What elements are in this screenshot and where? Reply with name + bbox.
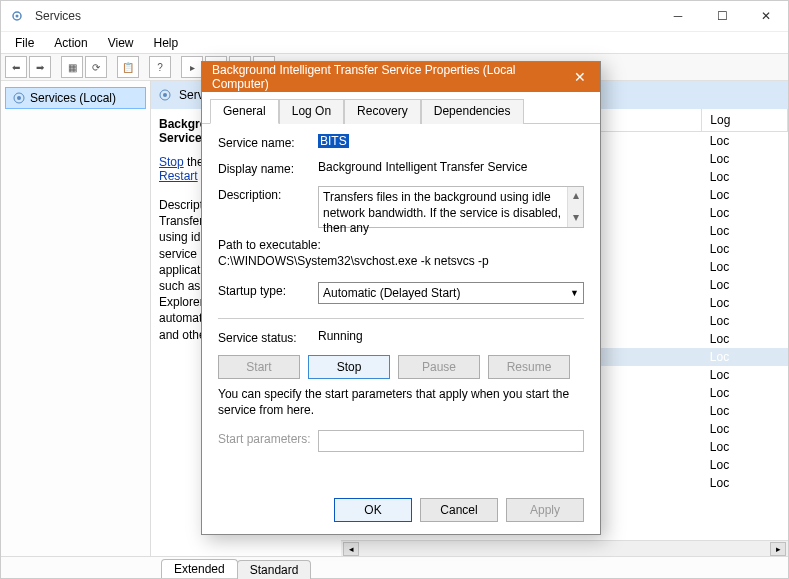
path-value: C:\WINDOWS\System32\svchost.exe -k netsv… [218,254,584,268]
bottom-tabs: Extended Standard [1,556,788,578]
menu-view[interactable]: View [98,34,144,52]
svg-point-3 [17,96,21,100]
menu-file[interactable]: File [5,34,44,52]
cell-log: Loc [702,474,788,492]
services-icon [12,91,26,105]
cell-log: Loc [702,348,788,366]
menubar: File Action View Help [1,31,788,53]
tab-standard[interactable]: Standard [237,560,312,579]
tab-dependencies[interactable]: Dependencies [421,99,524,124]
toolbar-forward-icon[interactable]: ➡ [29,56,51,78]
tab-recovery[interactable]: Recovery [344,99,421,124]
cell-log: Loc [702,294,788,312]
startup-type-combo[interactable]: Automatic (Delayed Start) ▼ [318,282,584,304]
apply-button: Apply [506,498,584,522]
tab-general[interactable]: General [210,99,279,124]
scroll-left-icon[interactable]: ◂ [343,542,359,556]
cancel-button[interactable]: Cancel [420,498,498,522]
display-name-value: Background Intelligent Transfer Service [318,160,584,174]
stop-link[interactable]: Stop [159,155,184,169]
pause-button: Pause [398,355,480,379]
nav-item-label: Services (Local) [30,91,116,105]
params-label: Start parameters: [218,430,318,446]
cell-log: Loc [702,186,788,204]
cell-log: Loc [702,456,788,474]
tab-logon[interactable]: Log On [279,99,344,124]
ok-button[interactable]: OK [334,498,412,522]
cell-log: Loc [702,132,788,151]
cell-log: Loc [702,330,788,348]
cell-log: Loc [702,222,788,240]
desc-scrollbar[interactable]: ▴▾ [567,187,583,227]
start-button: Start [218,355,300,379]
toolbar-play-icon[interactable]: ▸ [181,56,203,78]
detail-name-2: Service [159,131,202,145]
scroll-up-icon[interactable]: ▴ [573,188,579,204]
tab-extended[interactable]: Extended [161,559,238,578]
toolbar-refresh-icon[interactable]: ⟳ [85,56,107,78]
toolbar-export-icon[interactable]: 📋 [117,56,139,78]
cell-log: Loc [702,402,788,420]
toolbar-back-icon[interactable]: ⬅ [5,56,27,78]
cell-log: Loc [702,258,788,276]
cell-log: Loc [702,384,788,402]
svg-point-5 [163,93,167,97]
description-text: Transfers files in the background using … [323,190,561,235]
dialog-title: Background Intelligent Transfer Service … [212,63,560,91]
nav-tree: Services (Local) [1,81,151,556]
description-label: Description: [218,186,318,202]
horizontal-scrollbar[interactable]: ◂ ▸ [341,540,788,556]
properties-dialog: Background Intelligent Transfer Service … [201,61,601,535]
toolbar-props-icon[interactable]: ▦ [61,56,83,78]
startup-type-value: Automatic (Delayed Start) [323,286,460,300]
cell-log: Loc [702,168,788,186]
restart-link[interactable]: Restart [159,169,198,183]
minimize-button[interactable]: ─ [656,1,700,31]
cell-log: Loc [702,204,788,222]
cell-log: Loc [702,240,788,258]
cell-log: Loc [702,150,788,168]
maximize-button[interactable]: ☐ [700,1,744,31]
nav-services-local[interactable]: Services (Local) [5,87,146,109]
params-hint: You can specify the start parameters tha… [218,387,584,418]
description-box[interactable]: Transfers files in the background using … [318,186,584,228]
col-logon[interactable]: Log [702,109,788,132]
toolbar-help-icon[interactable]: ? [149,56,171,78]
start-parameters-input[interactable] [318,430,584,452]
scroll-down-icon[interactable]: ▾ [573,210,579,226]
svg-point-1 [16,15,19,18]
status-value: Running [318,329,584,343]
menu-help[interactable]: Help [144,34,189,52]
menu-action[interactable]: Action [44,34,97,52]
cell-log: Loc [702,366,788,384]
cell-log: Loc [702,438,788,456]
cell-log: Loc [702,276,788,294]
gear-icon [9,8,25,24]
service-name-label: Service name: [218,134,318,150]
startup-label: Startup type: [218,282,318,298]
status-label: Service status: [218,329,318,345]
stop-button[interactable]: Stop [308,355,390,379]
display-name-label: Display name: [218,160,318,176]
window-title: Services [25,9,656,23]
close-button[interactable]: ✕ [744,1,788,31]
cell-log: Loc [702,420,788,438]
service-name-value: BITS [318,134,349,148]
services-icon [157,87,173,103]
chevron-down-icon: ▼ [570,288,579,298]
resume-button: Resume [488,355,570,379]
scroll-right-icon[interactable]: ▸ [770,542,786,556]
path-label: Path to executable: [218,238,584,252]
cell-log: Loc [702,312,788,330]
dialog-close-button[interactable]: ✕ [560,62,600,92]
